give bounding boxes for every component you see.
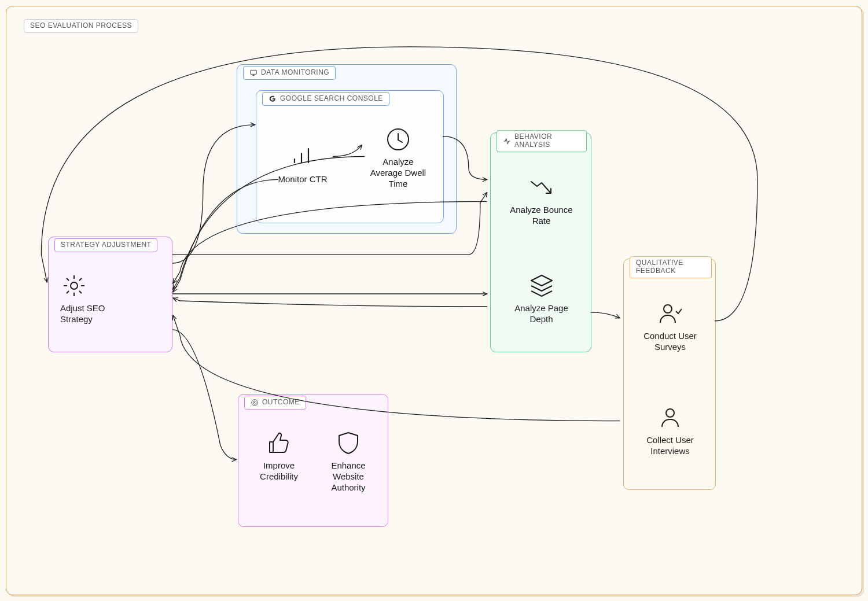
group-qualitative-feedback: QUALITATIVE FEEDBACK Conduct User Survey… — [623, 259, 716, 490]
node-improve-credibility: Improve Credibility — [250, 429, 308, 482]
svg-rect-0 — [251, 70, 257, 74]
node-bounce-rate: Analyze Bounce Rate — [508, 174, 575, 227]
group-label-feedback: QUALITATIVE FEEDBACK — [630, 256, 712, 278]
gear-icon — [60, 272, 88, 300]
bar-chart-icon — [289, 143, 317, 171]
user-icon — [656, 404, 684, 432]
node-enhance-authority: Enhance Website Authority — [319, 429, 377, 493]
activity-icon — [503, 137, 511, 145]
svg-point-2 — [71, 282, 78, 289]
trend-down-icon — [528, 174, 556, 201]
diagram-canvas: SEO EVALUATION PROCESS DATA MONITORING G… — [6, 6, 862, 595]
svg-point-4 — [666, 409, 674, 417]
group-strategy-adjustment: STRATEGY ADJUSTMENT Adjust SEO Strategy — [48, 237, 172, 352]
diagram-title-label: SEO EVALUATION PROCESS — [24, 19, 138, 33]
node-page-depth: Analyze Page Depth — [508, 272, 575, 325]
node-monitor-ctr: Monitor CTR — [271, 143, 334, 185]
google-g-icon — [269, 95, 277, 103]
svg-point-3 — [664, 305, 672, 313]
group-google-search-console: GOOGLE SEARCH CONSOLE Monitor CTR Analyz… — [256, 90, 444, 223]
diagram-title: SEO EVALUATION PROCESS — [30, 22, 132, 30]
group-label-strategy: STRATEGY ADJUSTMENT — [54, 238, 157, 252]
group-data-monitoring: DATA MONITORING GOOGLE SEARCH CONSOLE Mo… — [237, 64, 457, 234]
group-behavior-analysis: BEHAVIOR ANALYSIS Analyze Bounce Rate An… — [490, 132, 591, 352]
shield-icon — [334, 429, 362, 457]
group-label-gsc: GOOGLE SEARCH CONSOLE — [262, 92, 389, 106]
node-user-interviews: Collect User Interviews — [638, 404, 702, 457]
group-label-behavior: BEHAVIOR ANALYSIS — [496, 130, 587, 152]
monitor-icon — [249, 69, 258, 77]
group-outcome: OUTCOME Improve Credibility Enhance Webs… — [238, 394, 388, 527]
thumbs-up-icon — [265, 429, 293, 457]
node-dwell-time: Analyze Average Dwell Time — [366, 126, 430, 189]
group-label-data-monitoring: DATA MONITORING — [243, 66, 336, 80]
svg-point-7 — [254, 402, 255, 403]
node-user-surveys: Conduct User Surveys — [638, 300, 702, 353]
group-label-outcome: OUTCOME — [244, 396, 306, 410]
clock-icon — [384, 126, 412, 153]
node-adjust-seo: Adjust SEO Strategy — [60, 272, 130, 325]
target-icon — [251, 399, 259, 407]
layers-icon — [528, 272, 556, 300]
user-check-icon — [656, 300, 684, 327]
